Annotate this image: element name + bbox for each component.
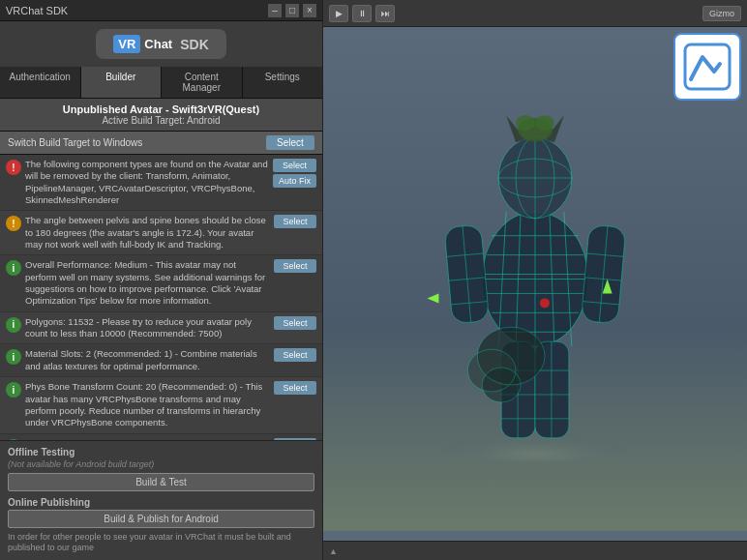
build-test-button[interactable]: Build & Test: [8, 473, 314, 491]
online-header: Online Publishing: [8, 497, 314, 508]
build-target: Active Build Target: Android: [8, 115, 314, 126]
warn-text: Material Slots: 2 (Recommended: 1) - Com…: [25, 348, 270, 372]
warn-actions: Select: [274, 381, 316, 395]
left-panel: VRChat SDK – □ × VR Chat SDK Authenticat…: [0, 0, 323, 560]
logo-chat: Chat: [144, 37, 172, 51]
svg-point-26: [535, 115, 554, 131]
online-publishing-section: Online Publishing Build & Publish for An…: [8, 497, 314, 554]
info-icon: i: [6, 382, 21, 398]
tab-content-manager[interactable]: Content Manager: [162, 67, 243, 98]
select-button[interactable]: Select: [274, 215, 316, 228]
tab-settings[interactable]: Settings: [243, 67, 323, 98]
window-title: VRChat SDK: [6, 5, 68, 16]
vrc-logo-svg: [683, 43, 732, 91]
autofix-button[interactable]: Auto Fix: [273, 174, 316, 188]
error-icon: !: [6, 160, 21, 175]
avatar-title: Unpublished Avatar - Swift3rVR(Quest): [8, 103, 314, 115]
select-button[interactable]: Select: [274, 348, 316, 362]
info-icon: i: [6, 349, 21, 365]
status-text: ▲: [329, 546, 338, 556]
close-button[interactable]: ×: [303, 4, 316, 17]
info-icon: i: [6, 260, 21, 276]
svg-marker-39: [428, 293, 439, 303]
svg-point-59: [540, 298, 550, 308]
publish-note: In order for other people to see your av…: [8, 532, 314, 554]
warn-text: The angle between pelvis and spine bones…: [25, 215, 270, 251]
vrc-logo-overlay: [673, 33, 741, 101]
warn-actions: Select Auto Fix: [273, 159, 316, 188]
logo-box: VR Chat SDK: [96, 29, 226, 59]
unity-viewport: ▶ ⏸ ⏭ Gizmo: [323, 0, 747, 560]
logo-area: VR Chat SDK: [0, 21, 322, 67]
unity-status-bar: ▲: [323, 541, 747, 560]
list-item: i Material Slots: 2 (Recommended: 1) - C…: [0, 344, 322, 377]
play-button[interactable]: ▶: [329, 5, 348, 22]
scene-viewport: [323, 27, 747, 531]
warn-actions: Select: [274, 215, 316, 228]
title-bar: VRChat SDK – □ ×: [0, 0, 322, 21]
switch-target-row: Switch Build Target to Windows Select: [0, 132, 322, 155]
unity-toolbar: ▶ ⏸ ⏭ Gizmo: [323, 0, 747, 27]
switch-target-button[interactable]: Select: [266, 135, 314, 150]
list-item: i Polygons: 11532 - Please try to reduce…: [0, 312, 322, 345]
logo-vr: VR: [113, 35, 140, 53]
tab-builder[interactable]: Builder: [81, 67, 163, 98]
warn-actions: Select: [274, 316, 316, 330]
select-button[interactable]: Select: [273, 159, 316, 172]
select-button[interactable]: Select: [274, 316, 316, 330]
warn-actions: Select: [274, 259, 316, 273]
svg-rect-0: [685, 44, 730, 89]
gizmo-label: Gizmo: [709, 9, 734, 18]
minimize-button[interactable]: –: [268, 4, 282, 17]
offline-note: (Not available for Android build target): [8, 459, 314, 469]
maximize-button[interactable]: □: [285, 4, 299, 17]
list-item: i Overall Performance: Medium - This ava…: [0, 255, 322, 311]
offline-testing-section: Offline Testing (Not available for Andro…: [0, 440, 322, 560]
warn-text: The following component types are found …: [25, 159, 269, 206]
nav-tabs: Authentication Builder Content Manager S…: [0, 67, 322, 99]
warn-actions: Select: [274, 348, 316, 362]
select-button[interactable]: Select: [274, 381, 316, 395]
logo-sdk: SDK: [180, 37, 209, 52]
warn-text: Phys Bone Transform Count: 20 (Recommend…: [25, 381, 270, 428]
select-button[interactable]: Select: [274, 259, 316, 273]
offline-header: Offline Testing: [8, 447, 314, 457]
warn-text: Overall Performance: Medium - This avata…: [25, 259, 270, 307]
info-icon: i: [6, 317, 21, 333]
svg-point-25: [516, 115, 535, 131]
list-item: i Phys Bone Transform Count: 20 (Recomme…: [0, 377, 322, 433]
switch-label: Switch Build Target to Windows: [8, 137, 142, 148]
warning-icon: !: [6, 216, 21, 231]
step-button[interactable]: ⏭: [375, 5, 395, 22]
warnings-scroll[interactable]: ! The following component types are foun…: [0, 155, 322, 440]
list-item: ! The following component types are foun…: [0, 155, 322, 211]
gizmo-button[interactable]: Gizmo: [702, 6, 741, 21]
pause-button[interactable]: ⏸: [352, 5, 372, 22]
warn-text: Polygons: 11532 - Please try to reduce y…: [25, 316, 270, 340]
avatar-info: Unpublished Avatar - Swift3rVR(Quest) Ac…: [0, 99, 322, 132]
list-item: ! The angle between pelvis and spine bon…: [0, 211, 322, 255]
tab-authentication[interactable]: Authentication: [0, 67, 81, 98]
build-publish-button[interactable]: Build & Publish for Android: [8, 510, 314, 528]
avatar-svg: [323, 27, 747, 531]
title-bar-controls: – □ ×: [268, 4, 316, 17]
